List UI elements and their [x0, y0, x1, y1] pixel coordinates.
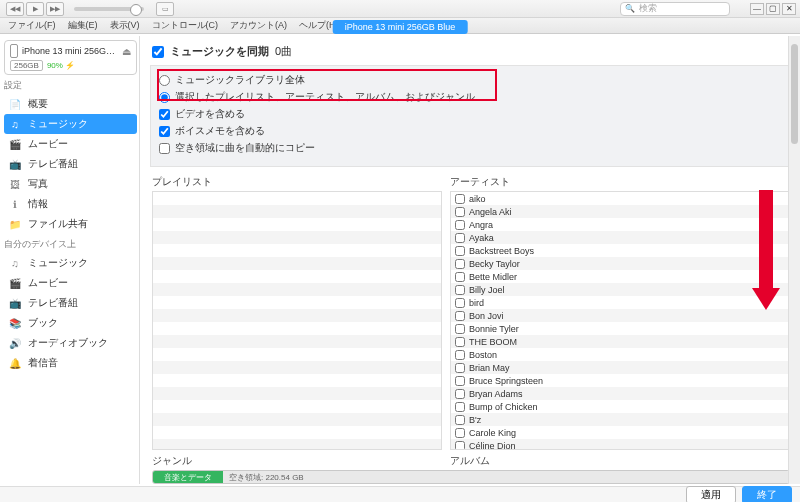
playlist-row[interactable] — [153, 192, 441, 205]
artist-checkbox[interactable] — [455, 415, 465, 425]
sidebar-item[interactable]: 📚ブック — [4, 313, 137, 333]
playlist-row[interactable] — [153, 309, 441, 322]
playlist-row[interactable] — [153, 283, 441, 296]
eject-icon[interactable]: ⏏ — [122, 46, 131, 57]
sidebar-item[interactable]: ℹ情報 — [4, 194, 137, 214]
search-input[interactable]: 🔍 検索 — [620, 2, 730, 16]
artist-checkbox[interactable] — [455, 311, 465, 321]
artist-row[interactable]: Boston — [451, 348, 789, 361]
artist-row[interactable]: Backstreet Boys — [451, 244, 789, 257]
artist-row[interactable]: Bryan Adams — [451, 387, 789, 400]
artist-checkbox[interactable] — [455, 350, 465, 360]
artist-row[interactable]: Brian May — [451, 361, 789, 374]
menu-edit[interactable]: 編集(E) — [64, 19, 102, 32]
playlist-row[interactable] — [153, 257, 441, 270]
artist-checkbox[interactable] — [455, 220, 465, 230]
playlist-row[interactable] — [153, 413, 441, 426]
artists-list[interactable]: aikoAngela AkiAngraAyakaBackstreet BoysB… — [450, 191, 790, 450]
artist-checkbox[interactable] — [455, 259, 465, 269]
artist-checkbox[interactable] — [455, 376, 465, 386]
artist-row[interactable]: aiko — [451, 192, 789, 205]
artist-checkbox[interactable] — [455, 324, 465, 334]
artist-checkbox[interactable] — [455, 298, 465, 308]
sync-music-checkbox[interactable] — [152, 46, 164, 58]
done-button[interactable]: 終了 — [742, 486, 792, 503]
playlist-row[interactable] — [153, 400, 441, 413]
playlist-row[interactable] — [153, 426, 441, 439]
artist-checkbox[interactable] — [455, 207, 465, 217]
device-pill[interactable]: iPhone 13 mini 256GB Blue — [333, 20, 468, 34]
playlist-row[interactable] — [153, 296, 441, 309]
sidebar-item[interactable]: 🔔着信音 — [4, 353, 137, 373]
airplay-button[interactable]: ▭ — [156, 2, 174, 16]
scrollbar-thumb[interactable] — [791, 44, 798, 144]
artist-row[interactable]: bird — [451, 296, 789, 309]
sync-option-input[interactable] — [159, 92, 170, 103]
artist-row[interactable]: B'z — [451, 413, 789, 426]
maximize-button[interactable]: ▢ — [766, 3, 780, 15]
close-button[interactable]: ✕ — [782, 3, 796, 15]
artist-row[interactable]: Angela Aki — [451, 205, 789, 218]
artist-row[interactable]: Angra — [451, 218, 789, 231]
playlist-row[interactable] — [153, 322, 441, 335]
artist-row[interactable]: Billy Joel — [451, 283, 789, 296]
playlist-row[interactable] — [153, 348, 441, 361]
sidebar-item[interactable]: 📺テレビ番組 — [4, 293, 137, 313]
menu-control[interactable]: コントロール(C) — [148, 19, 223, 32]
artist-row[interactable]: Bon Jovi — [451, 309, 789, 322]
artist-row[interactable]: Bruce Springsteen — [451, 374, 789, 387]
artist-checkbox[interactable] — [455, 246, 465, 256]
playlists-list[interactable] — [152, 191, 442, 450]
sidebar-item[interactable]: 🔊オーディオブック — [4, 333, 137, 353]
device-header[interactable]: iPhone 13 mini 256GB B… ⏏ 256GB 90% ⚡ — [4, 40, 137, 75]
sidebar-item[interactable]: ♫ミュージック — [4, 114, 137, 134]
artist-row[interactable]: Ayaka — [451, 231, 789, 244]
volume-slider[interactable] — [74, 7, 144, 11]
artist-checkbox[interactable] — [455, 272, 465, 282]
playlist-row[interactable] — [153, 205, 441, 218]
artist-row[interactable]: Becky Taylor — [451, 257, 789, 270]
sidebar-item[interactable]: 📄概要 — [4, 94, 137, 114]
sidebar-item[interactable]: 🖼写真 — [4, 174, 137, 194]
artist-row[interactable]: Bonnie Tyler — [451, 322, 789, 335]
artist-row[interactable]: THE BOOM — [451, 335, 789, 348]
sidebar-item[interactable]: 🎬ムービー — [4, 273, 137, 293]
sidebar-item[interactable]: ♫ミュージック — [4, 253, 137, 273]
minimize-button[interactable]: — — [750, 3, 764, 15]
playlist-row[interactable] — [153, 387, 441, 400]
play-button[interactable]: ▶ — [26, 2, 44, 16]
artist-row[interactable]: Céline Dion — [451, 439, 789, 450]
apply-button[interactable]: 適用 — [686, 486, 736, 503]
sync-option-input[interactable] — [159, 126, 170, 137]
playlist-row[interactable] — [153, 244, 441, 257]
playlist-row[interactable] — [153, 335, 441, 348]
playlist-row[interactable] — [153, 218, 441, 231]
playlist-row[interactable] — [153, 439, 441, 450]
artist-checkbox[interactable] — [455, 337, 465, 347]
artist-checkbox[interactable] — [455, 194, 465, 204]
sync-option-input[interactable] — [159, 75, 170, 86]
playlist-row[interactable] — [153, 361, 441, 374]
next-button[interactable]: ▶▶ — [46, 2, 64, 16]
menu-view[interactable]: 表示(V) — [106, 19, 144, 32]
artist-row[interactable]: Carole King — [451, 426, 789, 439]
sidebar-item[interactable]: 🎬ムービー — [4, 134, 137, 154]
artist-checkbox[interactable] — [455, 363, 465, 373]
playlist-row[interactable] — [153, 231, 441, 244]
menu-file[interactable]: ファイル(F) — [4, 19, 60, 32]
artist-checkbox[interactable] — [455, 285, 465, 295]
sidebar-item[interactable]: 📺テレビ番組 — [4, 154, 137, 174]
artist-checkbox[interactable] — [455, 233, 465, 243]
artist-checkbox[interactable] — [455, 441, 465, 451]
artist-row[interactable]: Bump of Chicken — [451, 400, 789, 413]
artist-checkbox[interactable] — [455, 402, 465, 412]
main-scrollbar[interactable] — [788, 36, 800, 484]
artist-checkbox[interactable] — [455, 389, 465, 399]
prev-button[interactable]: ◀◀ — [6, 2, 24, 16]
sidebar-item[interactable]: 📁ファイル共有 — [4, 214, 137, 234]
playlist-row[interactable] — [153, 374, 441, 387]
playlist-row[interactable] — [153, 270, 441, 283]
artist-checkbox[interactable] — [455, 428, 465, 438]
sync-option-input[interactable] — [159, 109, 170, 120]
sync-option-input[interactable] — [159, 143, 170, 154]
